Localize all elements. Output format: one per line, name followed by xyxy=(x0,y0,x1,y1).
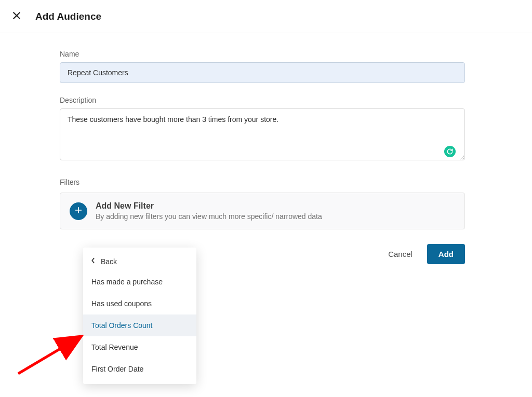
dropdown-back-label: Back xyxy=(101,257,117,266)
svg-line-5 xyxy=(18,337,79,374)
add-filter-button[interactable] xyxy=(70,202,87,220)
description-field-group: Description xyxy=(60,96,465,162)
dropdown-back[interactable]: Back xyxy=(83,252,196,271)
plus-icon xyxy=(74,206,83,216)
filters-section: Filters Add New Filter By adding new fil… xyxy=(60,178,465,229)
dropdown-item-has-used-coupons[interactable]: Has used coupons xyxy=(83,293,196,314)
close-icon xyxy=(11,10,22,22)
add-filter-card[interactable]: Add New Filter By adding new filters you… xyxy=(60,193,465,229)
description-label: Description xyxy=(60,96,465,104)
add-filter-title: Add New Filter xyxy=(96,201,322,211)
filter-dropdown: Back Has made a purchase Has used coupon… xyxy=(83,248,196,384)
filters-label: Filters xyxy=(60,178,465,186)
add-button[interactable]: Add xyxy=(427,244,465,264)
description-input[interactable] xyxy=(60,108,465,160)
dropdown-item-total-revenue[interactable]: Total Revenue xyxy=(83,336,196,358)
dropdown-item-total-orders-count[interactable]: Total Orders Count xyxy=(83,314,196,336)
name-field-group: Name xyxy=(60,50,465,83)
name-input[interactable] xyxy=(60,62,465,83)
annotation-arrow-icon xyxy=(13,309,86,376)
close-button[interactable] xyxy=(8,7,25,25)
chevron-left-icon xyxy=(90,257,96,266)
add-filter-text: Add New Filter By adding new filters you… xyxy=(96,201,322,221)
add-filter-subtitle: By adding new filters you can view much … xyxy=(96,212,322,221)
page-title: Add Audience xyxy=(35,11,101,22)
modal-content: Name Description Filters Add New xyxy=(0,33,499,275)
name-label: Name xyxy=(60,50,465,58)
dropdown-item-has-made-purchase[interactable]: Has made a purchase xyxy=(83,271,196,293)
dropdown-item-first-order-date[interactable]: First Order Date xyxy=(83,358,196,380)
grammarly-icon[interactable] xyxy=(444,146,456,157)
cancel-button[interactable]: Cancel xyxy=(384,244,417,264)
modal-header: Add Audience xyxy=(0,0,532,33)
